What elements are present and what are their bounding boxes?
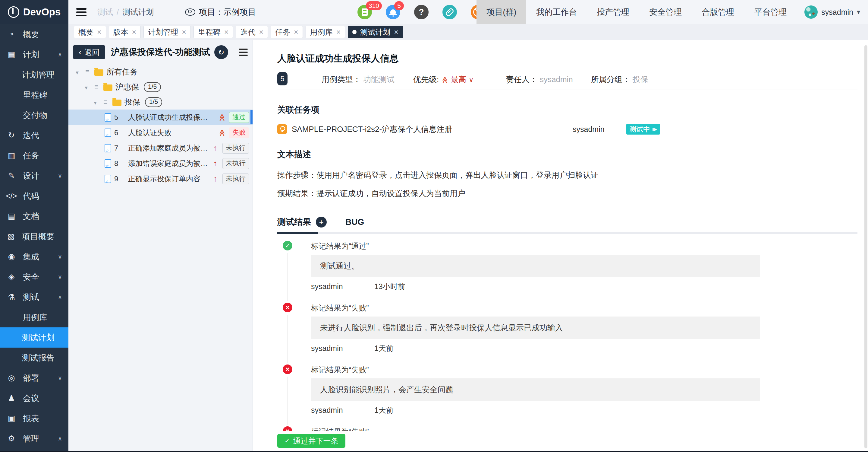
sidebar-item[interactable]: ▤ 文档 [0, 206, 68, 226]
group-value: 投保 [632, 74, 648, 85]
chevron-down-icon[interactable] [469, 75, 473, 84]
plan-icon: ▦ [0, 50, 23, 59]
notifications-count-badge: 5 [394, 1, 404, 10]
case-tree: 所有任务 沪惠保 1/5 投保 1/5 5 人脸认证成功生成投保人信... 通过 [68, 64, 253, 187]
sidebar-item[interactable]: ◉ 集成 ∨ [0, 247, 68, 267]
steps-text: 操作步骤：使用用户名密码登录，点击进入投保页面，弹出人脸认证窗口，登录用户扫脸认… [277, 170, 844, 180]
sidebar-item[interactable]: 测试报告 [0, 347, 68, 368]
documents-icon[interactable]: 310 [358, 5, 372, 19]
top-nav-item[interactable]: 安全管理 [639, 0, 692, 24]
folder-name: 沪惠保 [116, 82, 139, 92]
breadcrumb-section[interactable]: 测试 [97, 7, 113, 18]
notifications-bell-icon[interactable]: 5 [386, 5, 400, 19]
case-row[interactable]: 6 人脸认证失败 失败 [68, 125, 253, 140]
sidebar-item[interactable]: </> 代码 [0, 186, 68, 206]
close-icon[interactable] [182, 28, 186, 36]
tab[interactable]: 用例库 [306, 26, 345, 38]
tree-root-row[interactable]: 所有任务 [68, 64, 253, 79]
linked-task-row[interactable]: SAMPLE-PROJECT-i2s2-沪惠保个人信息注册 sysadmin 测… [277, 123, 844, 135]
tasks-icon: ▥ [0, 151, 23, 160]
tab[interactable]: 里程碑 [193, 26, 233, 38]
timeline-entry: 标记结果为“失败” 未进行人脸识别，强制退出后，再次登录时投保人信息显示已成功输… [253, 303, 868, 353]
caret-down-icon[interactable] [74, 67, 81, 77]
status-badge: 未执行 [222, 143, 249, 153]
close-icon[interactable] [224, 28, 229, 36]
case-detail: 人脸认证成功生成投保人信息 5 用例类型： 功能测试 优先级: 最高 责任人： … [253, 40, 868, 451]
refresh-button[interactable] [214, 45, 228, 59]
menu-toggle-icon[interactable] [76, 8, 87, 16]
sidebar-item[interactable]: ♟ 会议 [0, 388, 68, 408]
caret-down-icon[interactable] [92, 97, 98, 107]
link-icon[interactable] [442, 5, 457, 19]
sidebar-item[interactable]: ◔ 概要 [0, 24, 68, 44]
case-row[interactable]: 7 正确添加家庭成员为被保人 未执行 [68, 140, 253, 156]
sidebar-item[interactable]: ▣ 报表 [0, 408, 68, 428]
case-row[interactable]: 5 人脸认证成功生成投保人信... 通过 [68, 110, 253, 125]
tab[interactable]: 概要 [74, 26, 106, 38]
sidebar-item[interactable]: ◎ 部署 ∨ [0, 368, 68, 388]
close-icon[interactable] [259, 28, 264, 36]
tab-test-results[interactable]: 测试结果 [277, 216, 311, 228]
sidebar-item[interactable]: ↻ 迭代 [0, 125, 68, 145]
result-status-icon [283, 241, 292, 250]
tab[interactable]: 测试计划 [348, 26, 403, 38]
top-nav-item[interactable]: 投产管理 [587, 0, 639, 24]
close-icon[interactable] [294, 28, 299, 36]
case-row[interactable]: 8 添加错误家庭成员为被保人 未执行 [68, 156, 253, 171]
sidebar-item[interactable]: ⚗ 测试 ∧ [0, 287, 68, 307]
tab[interactable]: 任务 [271, 26, 303, 38]
result-time: 13小时前 [374, 282, 405, 291]
priority-field[interactable]: 优先级: 最高 [413, 74, 473, 85]
linked-task-status-badge[interactable]: 测试中 [626, 124, 660, 135]
result-status-icon [283, 365, 292, 374]
sidebar-item[interactable]: 里程碑 [0, 85, 68, 105]
tab[interactable]: 计划管理 [144, 26, 191, 38]
add-result-button[interactable] [316, 217, 327, 227]
tree-folder[interactable]: 沪惠保 1/5 [68, 79, 253, 94]
security-icon: ◈ [0, 272, 23, 282]
top-nav-item[interactable]: 合版管理 [692, 0, 744, 24]
project-label: 项目：示例项目 [199, 7, 256, 18]
tab-bug[interactable]: BUG [345, 217, 364, 227]
status-badge: 未执行 [222, 158, 249, 169]
active-dot-icon [352, 30, 356, 34]
sidebar-item[interactable]: ◈ 安全 ∨ [0, 267, 68, 287]
sidebar-item[interactable]: 计划管理 [0, 64, 68, 85]
tab[interactable]: 版本 [109, 26, 141, 38]
sidebar-item[interactable]: ✎ 设计 ∨ [0, 166, 68, 186]
devops-logo[interactable]: DevOps [0, 0, 68, 24]
case-row[interactable]: 9 正确显示投保订单内容 未执行 [68, 171, 253, 187]
linked-task-name[interactable]: SAMPLE-PROJECT-i2s2-沪惠保个人信息注册 [292, 124, 453, 135]
top-nav-item[interactable]: 我的工作台 [526, 0, 587, 24]
sidebar-item[interactable]: ⚙ 管理 ∧ [0, 428, 68, 449]
caret-down-icon[interactable] [83, 82, 90, 92]
close-icon[interactable] [394, 28, 398, 36]
tab-list: 概要 版本 计划管理 里程碑 迭代 任务 用例库 测试计划 [74, 26, 403, 38]
user-menu[interactable]: sysadmin [797, 5, 868, 19]
close-icon[interactable] [97, 28, 101, 36]
breadcrumb-current[interactable]: 测试计划 [122, 7, 154, 18]
report-icon: ▣ [0, 414, 23, 423]
back-button[interactable]: 返回 [73, 45, 105, 59]
sidebar-item[interactable]: 交付物 [0, 105, 68, 125]
top-nav-item[interactable]: 平台管理 [744, 0, 797, 24]
project-selector[interactable]: 项目：示例项目 [185, 7, 256, 18]
case-row-title: 人脸认证失败 [128, 128, 215, 138]
close-icon[interactable] [336, 28, 341, 36]
panel-menu-icon[interactable] [239, 49, 248, 56]
sidebar-item[interactable]: 测试计划 [0, 328, 68, 347]
case-title: 人脸认证成功生成投保人信息 [277, 52, 868, 65]
sidebar-item[interactable]: ▦ 计划 ∧ [0, 44, 68, 64]
help-icon[interactable] [414, 5, 429, 19]
pass-and-next-button[interactable]: 通过并下一条 [277, 434, 345, 448]
result-content: 未进行人脸识别，强制退出后，再次登录时投保人信息显示已成功输入 [311, 316, 760, 339]
sidebar-item[interactable]: 用例库 [0, 307, 68, 328]
sidebar-item[interactable]: ▧ 项目概要 [0, 226, 68, 247]
sidebar-item[interactable]: ▥ 任务 [0, 145, 68, 166]
top-nav-item[interactable]: 项目(群) [476, 0, 526, 24]
close-icon[interactable] [132, 28, 136, 36]
vertical-scrollbar[interactable] [864, 45, 867, 448]
eye-icon [185, 8, 195, 16]
tab[interactable]: 迭代 [236, 26, 268, 38]
tree-folder[interactable]: 投保 1/5 [68, 94, 253, 110]
